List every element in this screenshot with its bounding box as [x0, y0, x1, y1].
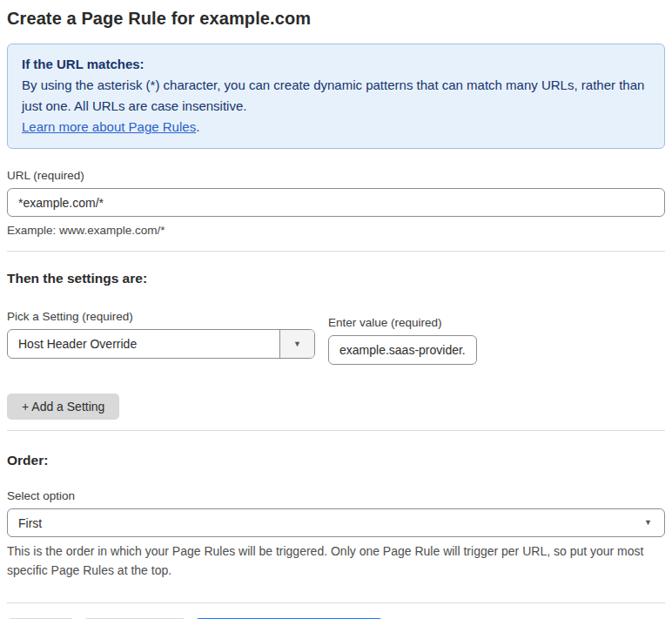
url-match-info-box: If the URL matches: By using the asteris… — [7, 44, 665, 149]
divider — [7, 251, 665, 252]
url-field-group: URL (required) Example: www.example.com/… — [7, 169, 665, 237]
order-select[interactable]: First ▼ — [7, 508, 665, 537]
order-select-value: First — [8, 509, 644, 536]
setting-select[interactable]: Host Header Override ▼ — [7, 329, 315, 359]
url-example-helper: Example: www.example.com/* — [7, 224, 665, 237]
divider — [7, 602, 665, 603]
info-box-body: By using the asterisk (*) character, you… — [22, 75, 650, 117]
page-title: Create a Page Rule for example.com — [7, 9, 665, 29]
enter-value-group: Enter value (required) — [328, 316, 477, 365]
order-select-arrow: ▼ — [644, 509, 664, 536]
setting-row: Pick a Setting (required) Host Header Ov… — [7, 310, 665, 365]
link-period: . — [196, 119, 199, 134]
chevron-down-icon: ▼ — [293, 340, 301, 348]
chevron-down-icon: ▼ — [644, 519, 652, 527]
order-select-label: Select option — [7, 489, 665, 502]
order-section-heading: Order: — [7, 453, 665, 468]
info-box-link-line: Learn more about Page Rules. — [22, 117, 650, 138]
divider — [7, 430, 665, 431]
url-input[interactable] — [7, 188, 665, 217]
pick-setting-label: Pick a Setting (required) — [7, 310, 315, 323]
learn-more-link[interactable]: Learn more about Page Rules — [22, 119, 196, 134]
setting-select-value: Host Header Override — [8, 330, 279, 358]
enter-value-label: Enter value (required) — [328, 316, 477, 329]
setting-value-input[interactable] — [328, 335, 477, 365]
setting-select-arrow-section[interactable]: ▼ — [279, 330, 314, 358]
add-setting-button[interactable]: + Add a Setting — [7, 394, 119, 420]
info-box-heading: If the URL matches: — [22, 54, 650, 75]
pick-setting-group: Pick a Setting (required) Host Header Ov… — [7, 310, 315, 365]
settings-section-heading: Then the settings are: — [7, 271, 665, 286]
order-helper-text: This is the order in which your Page Rul… — [7, 542, 665, 580]
url-field-label: URL (required) — [7, 169, 665, 182]
